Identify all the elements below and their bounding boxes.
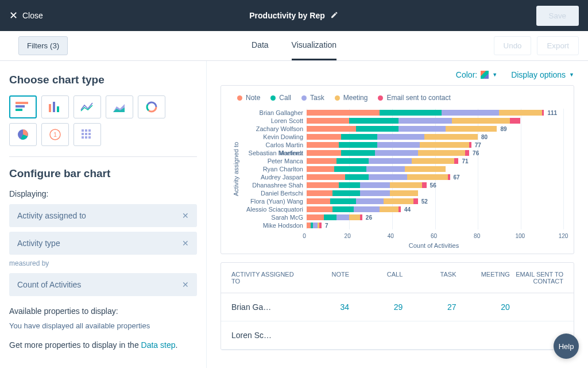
display-options[interactable]: Display options▼ [511, 70, 574, 79]
table-header[interactable]: NOTE [296, 271, 349, 285]
svg-rect-3 [49, 104, 51, 112]
chart-type-hbar[interactable] [9, 95, 37, 118]
svg-rect-5 [57, 106, 59, 112]
table-header[interactable]: CALL [349, 271, 403, 285]
legend-item[interactable]: Call [270, 94, 291, 102]
table-row[interactable]: Brian Ga…34292720 [221, 293, 574, 321]
svg-rect-1 [16, 105, 25, 108]
bar-total-label: 56 [430, 182, 436, 189]
help-button[interactable]: Help [554, 334, 579, 359]
y-tick-label: Alessio Sciacquatori [241, 205, 307, 213]
svg-rect-20 [82, 136, 84, 139]
svg-rect-4 [53, 102, 55, 112]
table-header[interactable]: TASK [403, 271, 456, 285]
tab-data[interactable]: Data [252, 31, 269, 60]
bar-row[interactable]: 26 [307, 213, 563, 221]
property-activity-assigned[interactable]: Activity assigned to✕ [9, 204, 197, 227]
y-tick-label: Kevin Dowling [241, 133, 307, 141]
bar-row[interactable]: 111 [307, 109, 563, 117]
legend-dot-icon [301, 95, 307, 101]
remove-icon[interactable]: ✕ [182, 239, 189, 248]
y-tick-label: Dhanashree Shah [241, 181, 307, 189]
legend-dot-icon [270, 95, 276, 101]
property-count-activities[interactable]: Count of Activities✕ [9, 273, 197, 296]
chevron-down-icon: ▼ [492, 72, 497, 78]
chart-type-line[interactable] [74, 95, 101, 118]
bar-total-label: 80 [481, 134, 488, 140]
svg-rect-21 [85, 136, 87, 139]
bar-row[interactable]: 52 [307, 197, 563, 205]
svg-rect-19 [88, 133, 91, 135]
bar-total-label: 26 [366, 214, 372, 221]
configure-heading: Configure bar chart [9, 167, 197, 180]
y-tick-label: Loren Scott [241, 117, 307, 125]
bar-row[interactable] [307, 189, 563, 197]
svg-rect-17 [82, 133, 84, 135]
legend-item[interactable]: Task [301, 94, 324, 102]
chart-container: NoteCallTaskMeetingEmail sent to contact… [220, 85, 574, 254]
x-tick-label: 60 [431, 233, 437, 239]
bar-total-label: 71 [462, 158, 468, 164]
close-button[interactable]: ✕ Close [9, 9, 43, 22]
y-tick-label: Sebastian Moeferdt [241, 149, 307, 157]
chart-type-vbar[interactable] [41, 95, 69, 118]
bar-row[interactable]: 7 [307, 221, 563, 229]
color-picker[interactable]: Color:▼ [456, 70, 497, 79]
export-button[interactable]: Export [537, 36, 579, 55]
bar-row[interactable] [307, 165, 563, 173]
svg-text:1: 1 [53, 131, 57, 138]
tab-visualization[interactable]: Visualization [292, 31, 336, 60]
y-tick-label: Daniel Bertschi [241, 189, 307, 197]
bar-row[interactable]: 56 [307, 181, 563, 189]
available-props-label: Available properties to display: [9, 306, 197, 316]
all-props-text: You have displayed all available propert… [9, 321, 197, 330]
bar-total-label: 67 [454, 174, 460, 181]
svg-rect-0 [16, 102, 28, 104]
bar-row[interactable]: 44 [307, 205, 563, 213]
chart-type-table[interactable] [74, 123, 101, 146]
bar-total-label: 52 [421, 198, 428, 205]
bar-row[interactable] [307, 117, 563, 125]
legend-item[interactable]: Note [237, 94, 260, 102]
table-header[interactable]: MEETING [457, 271, 510, 285]
remove-icon[interactable]: ✕ [182, 211, 189, 220]
bar-row[interactable]: 76 [307, 149, 563, 157]
bar-total-label: 89 [501, 126, 507, 132]
bar-row[interactable]: 89 [307, 125, 563, 133]
chart-type-summary[interactable]: 1 [41, 123, 69, 146]
y-tick-label: Ryan Charlton [241, 165, 307, 173]
data-step-link[interactable]: Data step [141, 340, 176, 350]
y-tick-label: Peter Manca [241, 157, 307, 165]
y-tick-label: Sarah McG [241, 213, 307, 221]
pencil-icon[interactable] [331, 11, 339, 21]
measured-by-label: measured by [9, 259, 197, 267]
legend-dot-icon [335, 95, 340, 101]
legend-item[interactable]: Email sent to contact [378, 94, 450, 102]
x-axis-label: Count of Activities [304, 242, 563, 249]
bar-row[interactable]: 77 [307, 141, 563, 149]
chart-type-area[interactable] [106, 95, 133, 118]
save-button[interactable]: Save [536, 6, 579, 26]
legend-dot-icon [237, 95, 242, 101]
legend-dot-icon [378, 95, 383, 101]
property-activity-type[interactable]: Activity type✕ [9, 232, 197, 255]
x-tick-label: 40 [388, 233, 394, 239]
chart-type-pie[interactable] [9, 123, 37, 146]
remove-icon[interactable]: ✕ [182, 280, 189, 289]
bar-row[interactable]: 67 [307, 173, 563, 181]
table-header[interactable]: EMAIL SENT TO CONTACT [510, 271, 563, 285]
y-tick-label: Zachary Wolfson [241, 125, 307, 133]
legend-item[interactable]: Meeting [335, 94, 368, 102]
filters-button[interactable]: Filters (3) [18, 36, 68, 55]
x-tick-label: 80 [474, 233, 480, 239]
svg-rect-18 [85, 133, 87, 135]
undo-button[interactable]: Undo [494, 36, 532, 55]
table-header[interactable]: ACTIVITY ASSIGNED TO [231, 271, 296, 285]
table-row[interactable]: Loren Sc… [221, 321, 574, 350]
y-tick-label: Brian Gallagher [241, 109, 307, 117]
bar-total-label: 76 [473, 150, 479, 156]
bar-row[interactable]: 71 [307, 157, 563, 165]
chart-type-donut[interactable] [138, 95, 165, 118]
bar-row[interactable]: 80 [307, 133, 563, 141]
y-tick-label: Flora (Yuan) Wang [241, 197, 307, 205]
